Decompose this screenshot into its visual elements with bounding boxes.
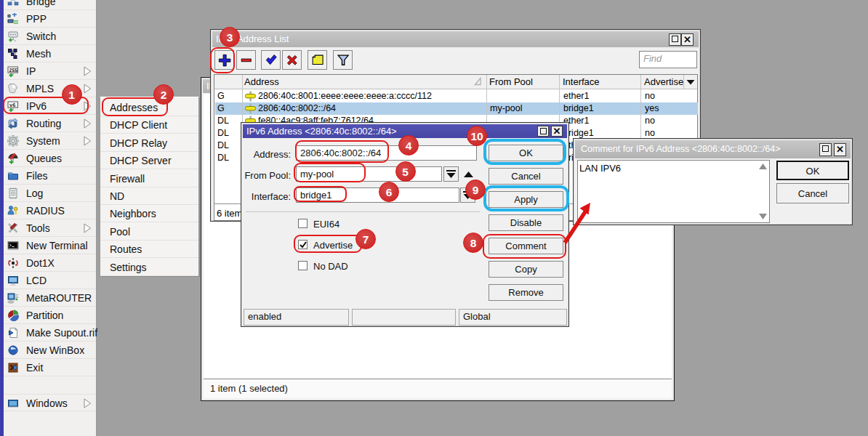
svg-text:255: 255	[9, 68, 18, 73]
